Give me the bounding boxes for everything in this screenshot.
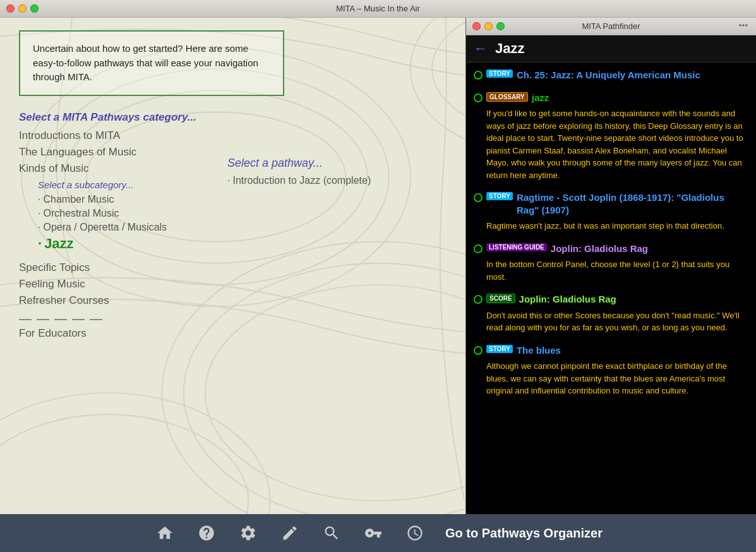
pf-item-header-2: STORY Ragtime - Scott Joplin (1868-1917)…	[474, 191, 748, 216]
nav-feeling-music[interactable]: Feeling Music	[19, 276, 423, 292]
pf-bullet-1	[474, 93, 483, 102]
pf-title-2[interactable]: Ragtime - Scott Joplin (1868-1917): "Gla…	[517, 191, 748, 216]
pf-desc-3: In the bottom Control Panel, choose the …	[486, 258, 748, 283]
home-icon-button[interactable]	[153, 522, 176, 544]
pf-badge-story-0: STORY	[486, 69, 513, 78]
sub-orchestral[interactable]: Orchestral Music	[38, 207, 423, 220]
pathway-label: Select a pathway...	[227, 157, 371, 170]
help-icon-button[interactable]	[195, 522, 218, 544]
pf-item-header-0: STORY Ch. 25: Jazz: A Uniquely American …	[474, 69, 748, 81]
title-bar: MITA – Music In the Air	[0, 0, 756, 18]
search-icon-button[interactable]	[320, 522, 343, 544]
nav-introductions[interactable]: Introductions to MITA	[19, 128, 423, 144]
back-arrow-button[interactable]: ←	[474, 40, 488, 57]
pf-bullet-2	[474, 193, 483, 202]
pathway-selector: Select a pathway... Introduction to Jazz…	[227, 157, 371, 186]
bottom-toolbar: Go to Pathways Organizer	[0, 514, 756, 552]
pf-item-header-5: STORY The blues	[474, 344, 748, 357]
pf-title-5[interactable]: The blues	[517, 344, 561, 357]
pf-desc-4: Don't avoid this or other Scores because…	[486, 309, 748, 334]
pf-desc-2: Ragtime wasn't jazz, but it was an impor…	[486, 220, 748, 232]
pf-item-header-1: GLOSSARY jazz	[474, 92, 748, 104]
nav-specific-topics[interactable]: Specific Topics	[19, 260, 423, 276]
pf-item-header-3: LISTENING GUIDE Joplin: Gladiolus Rag	[474, 243, 748, 255]
pf-item-5: STORY The blues Although we cannot pinpo…	[474, 344, 748, 397]
category-label: Select a MITA Pathways category...	[19, 111, 423, 124]
window-controls	[6, 4, 39, 13]
main-content: Robinson Pond Doctors Pond Uncertain abo…	[0, 18, 756, 552]
pathfinder-header: ← Jazz	[466, 35, 756, 63]
intro-text: Uncertain about how to get started? Here…	[33, 43, 258, 82]
pathfinder-titlebar: MITA Pathfinder	[466, 18, 756, 35]
app-window: MITA – Music In the Air	[0, 0, 756, 552]
pf-item-header-4: SCORE Joplin: Gladiolus Rag	[474, 293, 748, 306]
app-title: MITA – Music In the Air	[336, 4, 420, 13]
pf-badge-glossary-1: GLOSSARY	[486, 92, 528, 102]
key-icon-button[interactable]	[362, 522, 385, 544]
pf-badge-listening-3: LISTENING GUIDE	[486, 243, 547, 251]
pf-title-4[interactable]: Joplin: Gladiolus Rag	[519, 293, 616, 306]
pf-bullet-4	[474, 295, 483, 304]
pf-item-1: GLOSSARY jazz If you'd like to get some …	[474, 92, 748, 182]
pf-item-2: STORY Ragtime - Scott Joplin (1868-1917)…	[474, 191, 748, 232]
close-button[interactable]	[6, 4, 15, 13]
pf-badge-score-4: SCORE	[486, 294, 515, 303]
toolbar-label[interactable]: Go to Pathways Organizer	[445, 526, 603, 541]
pathway-option[interactable]: Introduction to Jazz (complete)	[227, 175, 371, 186]
pf-title-1[interactable]: jazz	[532, 92, 549, 104]
intro-box: Uncertain about how to get started? Here…	[19, 30, 284, 96]
sub-opera[interactable]: Opera / Operetta / Musicals	[38, 220, 423, 234]
nav-menu: Select a MITA Pathways category... Intro…	[19, 111, 423, 342]
settings-icon-button[interactable]	[237, 522, 260, 544]
sub-jazz[interactable]: Jazz	[38, 234, 423, 253]
minimize-button[interactable]	[18, 4, 27, 13]
pathfinder-controls	[472, 22, 505, 30]
pf-item-0: STORY Ch. 25: Jazz: A Uniquely American …	[474, 69, 748, 81]
pathfinder-topic: Jazz	[495, 40, 524, 57]
pathfinder-tools-button[interactable]	[737, 19, 750, 34]
pf-item-3: LISTENING GUIDE Joplin: Gladiolus Rag In…	[474, 243, 748, 284]
nav-divider	[19, 314, 423, 320]
pathfinder-minimize-button[interactable]	[484, 22, 493, 30]
pathfinder-title: MITA Pathfinder	[582, 21, 640, 31]
pf-item-4: SCORE Joplin: Gladiolus Rag Don't avoid …	[474, 293, 748, 334]
pathfinder-panel: MITA Pathfinder ← Jazz STORY Ch. 25: Jaz…	[465, 18, 756, 514]
pf-bullet-3	[474, 244, 483, 253]
pf-bullet-5	[474, 346, 483, 355]
pf-desc-5: Although we cannot pinpoint the exact bi…	[486, 360, 748, 397]
pathfinder-maximize-button[interactable]	[496, 22, 505, 30]
maximize-button[interactable]	[30, 4, 39, 13]
pathfinder-close-button[interactable]	[472, 22, 481, 30]
pf-desc-1: If you'd like to get some hands-on acqua…	[486, 107, 748, 181]
pf-badge-story-5: STORY	[486, 345, 513, 353]
pf-title-0[interactable]: Ch. 25: Jazz: A Uniquely American Music	[517, 69, 700, 81]
nav-refresher[interactable]: Refresher Courses	[19, 292, 423, 309]
nav-educators[interactable]: For Educators	[19, 325, 423, 342]
left-panel: Uncertain about how to get started? Here…	[0, 18, 442, 514]
pf-badge-story-2: STORY	[486, 192, 513, 200]
pf-title-3[interactable]: Joplin: Gladiolus Rag	[551, 243, 648, 255]
clock-icon-button[interactable]	[404, 522, 426, 544]
sub-chamber[interactable]: Chamber Music	[38, 193, 423, 207]
pencil-icon-button[interactable]	[279, 522, 301, 544]
pf-bullet-0	[474, 71, 483, 80]
pathfinder-content[interactable]: STORY Ch. 25: Jazz: A Uniquely American …	[466, 63, 756, 514]
